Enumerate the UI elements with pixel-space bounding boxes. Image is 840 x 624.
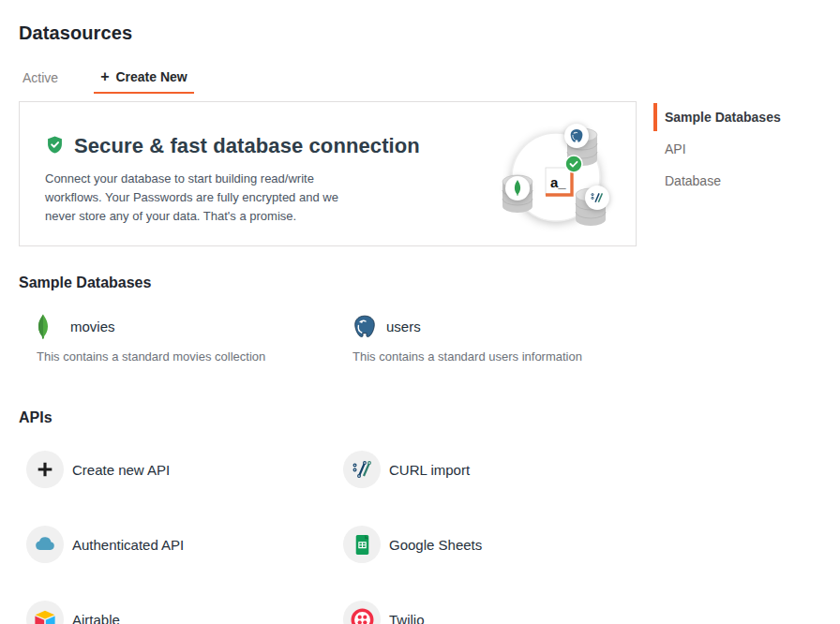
tab-create-new-label: Create New [115,69,187,84]
sample-db-name: movies [70,319,115,334]
api-item-authenticated-api[interactable]: Authenticated API [26,526,343,563]
cloud-icon [26,526,64,563]
tab-create-new[interactable]: + Create New [94,69,194,94]
airtable-icon [26,601,64,624]
api-item-create-new-api[interactable]: Create new API [26,451,343,488]
nav-item-sample-databases[interactable]: Sample Databases [653,103,839,131]
secure-connection-banner: Secure & fast database connection Connec… [19,101,637,246]
api-item-curl-import[interactable]: CURL import [343,451,660,488]
sample-db-description: This contains a standard movies collecti… [37,349,352,364]
nav-item-database[interactable]: Database [653,167,839,195]
google-sheets-icon [343,526,381,563]
plus-icon [26,451,64,488]
sample-db-users[interactable]: users This contains a standard users inf… [352,307,668,364]
section-nav: Sample Databases API Database [653,103,839,199]
nav-item-api[interactable]: API [653,135,839,163]
apis-grid: Create new API CURL import [26,451,660,624]
shield-check-icon [45,135,65,158]
postgresql-badge-icon [564,124,589,148]
banner-title: Secure & fast database connection [74,134,420,158]
sample-databases-heading: Sample Databases [19,275,151,291]
database-connection-illustration: a_ [468,106,633,245]
datasources-page: Datasources Active + Create New Secure &… [0,0,840,624]
sample-databases-grid: movies This contains a standard movies c… [37,307,668,364]
mongodb-icon [37,314,70,339]
plus-icon: + [100,69,109,84]
page-title: Datasources [19,22,132,44]
tab-active[interactable]: Active [22,70,58,94]
curl-icon [343,451,381,488]
mongodb-badge-icon [505,176,530,201]
banner-header: Secure & fast database connection [45,134,420,158]
sample-db-movies[interactable]: movies This contains a standard movies c… [37,307,352,364]
tab-bar: Active + Create New [22,69,194,94]
banner-description: Connect your database to start building … [45,170,356,226]
api-item-airtable[interactable]: Airtable [26,601,343,624]
api-item-google-sheets[interactable]: Google Sheets [343,526,660,563]
svg-text:a_: a_ [550,174,566,190]
apis-heading: APIs [19,409,52,426]
sample-db-name: users [386,319,421,334]
curl-badge-icon [585,186,609,210]
postgresql-icon [352,314,386,339]
twilio-icon [343,601,381,624]
sample-db-description: This contains a standard users informati… [352,349,668,364]
api-item-twilio[interactable]: Twilio [343,601,660,624]
